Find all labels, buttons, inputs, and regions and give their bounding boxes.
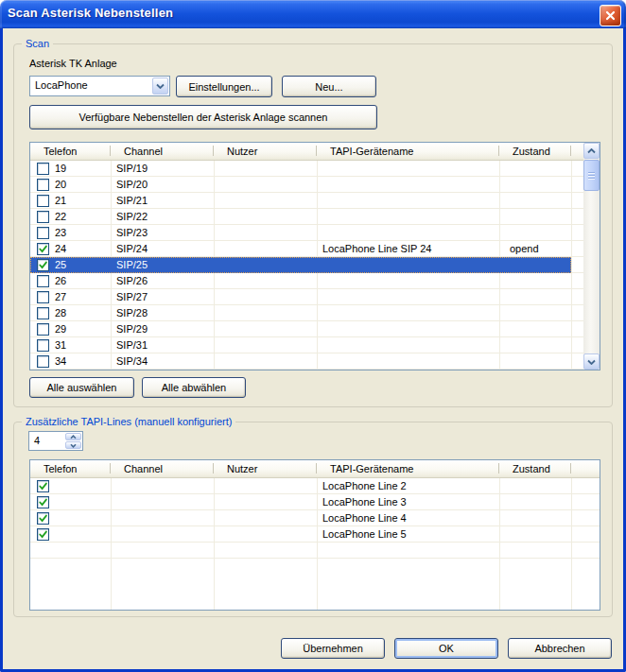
row-checkbox[interactable] bbox=[37, 339, 49, 352]
cell-channel: SIP/20 bbox=[111, 177, 214, 192]
deselect-all-button[interactable]: Alle abwählen bbox=[142, 377, 246, 398]
column-header-telefon[interactable]: Telefon bbox=[30, 143, 111, 160]
row-checkbox[interactable] bbox=[37, 275, 49, 287]
cell-filler bbox=[571, 273, 583, 288]
row-checkbox[interactable] bbox=[37, 291, 49, 303]
cell-text: 22 bbox=[55, 209, 66, 224]
table-row[interactable]: 26SIP/26 bbox=[30, 273, 583, 289]
column-header-tapi-ger-tename[interactable]: TAPI-Gerätename bbox=[317, 460, 499, 477]
close-button[interactable] bbox=[600, 5, 621, 26]
table-row[interactable]: LocaPhone Line 3 bbox=[30, 494, 600, 510]
table-row[interactable]: 31SIP/31 bbox=[30, 337, 583, 353]
cell-filler bbox=[571, 494, 600, 509]
column-header-tapi-ger-tename[interactable]: TAPI-Gerätename bbox=[317, 143, 499, 160]
column-header-channel[interactable]: Channel bbox=[111, 143, 214, 160]
vertical-scrollbar[interactable] bbox=[583, 143, 600, 370]
table-row[interactable]: 20SIP/20 bbox=[30, 177, 583, 193]
table-row[interactable]: LocaPhone Line 2 bbox=[30, 478, 600, 494]
cell-tapi bbox=[317, 225, 499, 240]
select-all-button[interactable]: Alle auswählen bbox=[29, 377, 134, 398]
row-checkbox[interactable] bbox=[37, 227, 49, 239]
cell-telefon: 28 bbox=[30, 305, 111, 320]
cell-text: 19 bbox=[55, 161, 66, 176]
row-checkbox[interactable] bbox=[37, 355, 49, 368]
column-header-channel[interactable]: Channel bbox=[111, 460, 214, 477]
row-checkbox-checked[interactable] bbox=[37, 480, 49, 492]
scroll-up-button[interactable] bbox=[583, 143, 600, 159]
row-checkbox-checked[interactable] bbox=[37, 243, 49, 255]
cell-tapi bbox=[317, 321, 499, 336]
cell-nutzer bbox=[214, 305, 317, 320]
cell-text: 31 bbox=[55, 337, 66, 353]
table-row[interactable]: 22SIP/22 bbox=[30, 209, 583, 225]
table-row[interactable]: 25SIP/25 bbox=[30, 257, 583, 273]
table-row[interactable]: 29SIP/29 bbox=[30, 321, 583, 337]
scrollbar-thumb[interactable] bbox=[583, 160, 600, 191]
column-header-telefon[interactable]: Telefon bbox=[30, 460, 111, 477]
cell-filler bbox=[571, 510, 600, 526]
titlebar[interactable]: Scan Asterisk Nebenstellen bbox=[0, 0, 626, 28]
cell-tapi bbox=[317, 543, 499, 558]
cell-zustand bbox=[499, 225, 571, 240]
cell-tapi bbox=[317, 289, 499, 304]
scan-extensions-button[interactable]: Verfügbare Nebenstellen der Asterisk Anl… bbox=[29, 105, 377, 129]
cell-channel bbox=[111, 543, 214, 558]
row-checkbox[interactable] bbox=[37, 195, 49, 207]
row-checkbox-checked[interactable] bbox=[37, 512, 49, 525]
cell-nutzer bbox=[214, 353, 317, 369]
ok-button[interactable]: OK bbox=[394, 638, 498, 659]
tk-anlage-combobox[interactable]: LocaPhone bbox=[29, 76, 170, 96]
cell-text: 21 bbox=[55, 193, 66, 208]
cell-telefon: 23 bbox=[30, 225, 111, 240]
table-row[interactable]: 34SIP/34 bbox=[30, 353, 583, 370]
row-checkbox[interactable] bbox=[37, 307, 49, 319]
table-row[interactable]: 28SIP/28 bbox=[30, 305, 583, 321]
row-checkbox-checked[interactable] bbox=[37, 528, 49, 541]
cell-channel bbox=[111, 478, 214, 493]
cell-channel: SIP/19 bbox=[111, 161, 214, 176]
cell-telefon bbox=[30, 526, 111, 542]
spinner-up-button[interactable] bbox=[65, 433, 81, 440]
cell-channel: SIP/22 bbox=[111, 209, 214, 224]
tapi-count-spinner[interactable]: 4 bbox=[28, 431, 83, 451]
combobox-value: LocaPhone bbox=[35, 79, 88, 91]
row-checkbox[interactable] bbox=[37, 323, 49, 336]
table-row[interactable]: 19SIP/19 bbox=[30, 161, 583, 177]
cell-tapi bbox=[317, 353, 499, 369]
row-checkbox[interactable] bbox=[37, 163, 49, 175]
column-header-nutzer[interactable]: Nutzer bbox=[214, 143, 317, 160]
spinner-down-button[interactable] bbox=[65, 441, 81, 449]
table-row[interactable]: 24SIP/24LocaPhone Line SIP 24opend bbox=[30, 241, 583, 257]
table-row[interactable]: 23SIP/23 bbox=[30, 225, 583, 241]
table-row[interactable]: LocaPhone Line 4 bbox=[30, 510, 600, 526]
table-row[interactable]: 27SIP/27 bbox=[30, 289, 583, 305]
cell-filler bbox=[571, 193, 583, 208]
column-header-zustand[interactable]: Zustand bbox=[499, 143, 571, 160]
row-checkbox[interactable] bbox=[37, 179, 49, 191]
row-checkbox-checked[interactable] bbox=[37, 259, 49, 271]
column-header-filler bbox=[571, 460, 600, 477]
column-header-zustand[interactable]: Zustand bbox=[499, 460, 571, 477]
row-checkbox-checked[interactable] bbox=[37, 496, 49, 508]
column-header-nutzer[interactable]: Nutzer bbox=[214, 460, 317, 477]
chevron-down-icon bbox=[587, 359, 596, 365]
einstellungen-button[interactable]: Einstellungen... bbox=[176, 76, 272, 97]
cell-filler bbox=[571, 543, 600, 558]
cell-zustand bbox=[499, 177, 571, 192]
table-row[interactable]: LocaPhone Line 5 bbox=[30, 526, 600, 543]
cell-channel bbox=[111, 526, 214, 542]
scroll-down-button[interactable] bbox=[583, 353, 600, 370]
cell-filler bbox=[571, 478, 600, 493]
row-checkbox[interactable] bbox=[37, 211, 49, 223]
close-icon bbox=[605, 10, 616, 21]
cancel-button[interactable]: Abbrechen bbox=[508, 638, 612, 659]
cell-zustand bbox=[499, 257, 571, 272]
cell-text: 23 bbox=[55, 225, 66, 240]
table-row[interactable]: 21SIP/21 bbox=[30, 193, 583, 209]
neu-button[interactable]: Neu... bbox=[282, 76, 376, 97]
column-header-filler bbox=[571, 143, 584, 160]
apply-button[interactable]: Übernehmen bbox=[281, 638, 385, 659]
cell-tapi: LocaPhone Line 3 bbox=[317, 494, 499, 509]
cell-telefon: 21 bbox=[30, 193, 111, 208]
combobox-dropdown-button[interactable] bbox=[152, 78, 168, 95]
